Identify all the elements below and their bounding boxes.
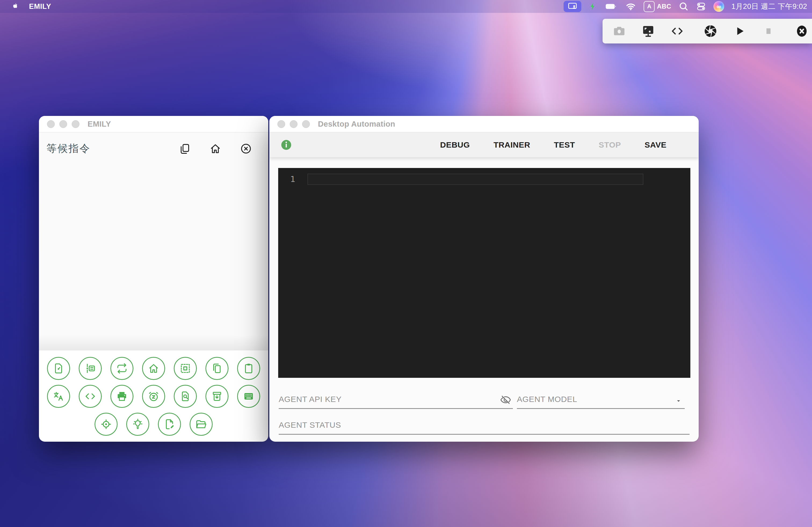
select-all-button[interactable] <box>174 357 197 380</box>
translate-icon <box>52 390 65 403</box>
stop-button <box>761 24 776 39</box>
emily-window: EMILY 等候指令 <box>39 116 268 442</box>
apple-intelligence-status[interactable]: ∞ <box>713 1 724 12</box>
search-icon <box>679 1 689 12</box>
minimize-window-button[interactable] <box>290 120 298 128</box>
clipboard-button[interactable] <box>237 357 260 380</box>
close-circle-icon[interactable] <box>240 142 252 155</box>
wifi-icon <box>625 1 636 12</box>
code-icon <box>670 24 684 38</box>
code-icon <box>84 390 97 403</box>
agent-status-field[interactable]: AGENT STATUS <box>279 414 690 435</box>
window-title: Desktop Automation <box>318 120 395 129</box>
camera-button <box>612 24 627 39</box>
shutter-icon <box>703 24 718 39</box>
save-button[interactable]: SAVE <box>645 140 666 149</box>
repeat-icon <box>116 362 128 375</box>
info-icon[interactable] <box>280 139 292 151</box>
menubar-app-name[interactable]: EMILY <box>29 2 51 11</box>
edit-doc-button[interactable] <box>158 413 181 436</box>
play-button[interactable] <box>732 24 747 39</box>
action-icon-grid <box>39 350 268 436</box>
battery-charging-status[interactable] <box>589 1 597 12</box>
agent-api-key-field[interactable]: AGENT API KEY <box>279 388 513 409</box>
input-source-switcher[interactable]: A ABC <box>644 1 671 12</box>
apple-icon <box>10 2 19 11</box>
window-title: EMILY <box>88 120 111 129</box>
find-doc-icon <box>179 390 191 403</box>
current-line-highlight <box>307 174 643 185</box>
play-icon <box>733 25 746 38</box>
repeat-button[interactable] <box>110 357 133 380</box>
print-button[interactable] <box>110 385 133 408</box>
close-window-button[interactable] <box>277 120 285 128</box>
close-panel-button[interactable] <box>794 24 809 39</box>
snooze-button[interactable] <box>142 385 165 408</box>
node-list-icon <box>84 362 97 375</box>
minimize-window-button[interactable] <box>59 120 67 128</box>
find-doc-button[interactable] <box>174 385 197 408</box>
emily-content-area: 等候指令 <box>39 133 268 350</box>
print-icon <box>116 390 128 403</box>
select-all-icon <box>179 362 191 375</box>
home-icon[interactable] <box>209 142 221 155</box>
input-source-label: ABC <box>657 3 671 10</box>
trainer-button[interactable]: TRAINER <box>494 140 530 149</box>
spotlight-search[interactable] <box>679 1 689 12</box>
test-button[interactable]: TEST <box>554 140 575 149</box>
edit-doc-icon <box>163 418 176 431</box>
automation-toolbar: DEBUGTRAINERTESTSTOPSAVE <box>269 133 699 157</box>
keyboard-icon <box>243 390 255 403</box>
close-icon <box>795 24 809 39</box>
copy-icon <box>211 362 223 375</box>
agent-api-key-label: AGENT API KEY <box>279 395 513 404</box>
close-window-button[interactable] <box>47 120 55 128</box>
archive-button[interactable] <box>205 385 229 408</box>
copy-button[interactable] <box>205 357 229 380</box>
folder-open-button[interactable] <box>190 413 213 436</box>
keyboard-button[interactable] <box>237 385 260 408</box>
code-button[interactable] <box>79 385 102 408</box>
code-view-button[interactable] <box>670 24 685 39</box>
crosshair-icon <box>100 418 112 431</box>
icon-grid-row <box>39 357 268 380</box>
clipboard-icon <box>243 362 255 375</box>
snooze-icon <box>147 390 160 403</box>
screen-capture-icon <box>641 24 655 39</box>
code-editor[interactable]: 1 <box>278 168 690 378</box>
lightbulb-icon <box>132 418 144 431</box>
duplicate-icon[interactable] <box>178 142 191 155</box>
home-icon <box>147 362 160 375</box>
control-center[interactable] <box>696 1 706 12</box>
shutter-button[interactable] <box>703 24 718 39</box>
toolbar-button-group: DEBUGTRAINERTESTSTOPSAVE <box>440 140 666 149</box>
visibility-off-icon[interactable] <box>500 394 511 405</box>
zoom-window-button[interactable] <box>72 120 79 128</box>
stop-button: STOP <box>598 140 621 149</box>
menubar-clock[interactable]: 1月20日 週二 下午9:02 <box>731 2 807 11</box>
capture-toolbar <box>603 19 812 44</box>
agent-model-label: AGENT MODEL <box>517 395 685 404</box>
chevron-down-icon <box>675 397 682 404</box>
screen-sharing-status[interactable] <box>564 1 581 12</box>
infinity-icon: ∞ <box>717 3 721 10</box>
battery-status[interactable] <box>604 1 618 12</box>
lightbulb-button[interactable] <box>126 413 149 436</box>
icon-grid-row <box>39 413 268 436</box>
apple-menu[interactable] <box>10 2 19 11</box>
node-list-button[interactable] <box>79 357 102 380</box>
debug-button[interactable]: DEBUG <box>440 140 470 149</box>
crosshair-button[interactable] <box>95 413 118 436</box>
file-arrow-button[interactable] <box>47 357 70 380</box>
screen-capture-button[interactable] <box>641 24 656 39</box>
agent-model-select[interactable]: AGENT MODEL <box>517 388 685 409</box>
control-center-icon <box>696 1 706 12</box>
archive-icon <box>211 390 223 403</box>
folder-open-icon <box>195 418 207 431</box>
zoom-window-button[interactable] <box>302 120 310 128</box>
translate-button[interactable] <box>47 385 70 408</box>
battery-icon <box>604 1 618 12</box>
input-source-badge: A <box>644 1 655 12</box>
home-button[interactable] <box>142 357 165 380</box>
wifi-status[interactable] <box>625 1 636 12</box>
